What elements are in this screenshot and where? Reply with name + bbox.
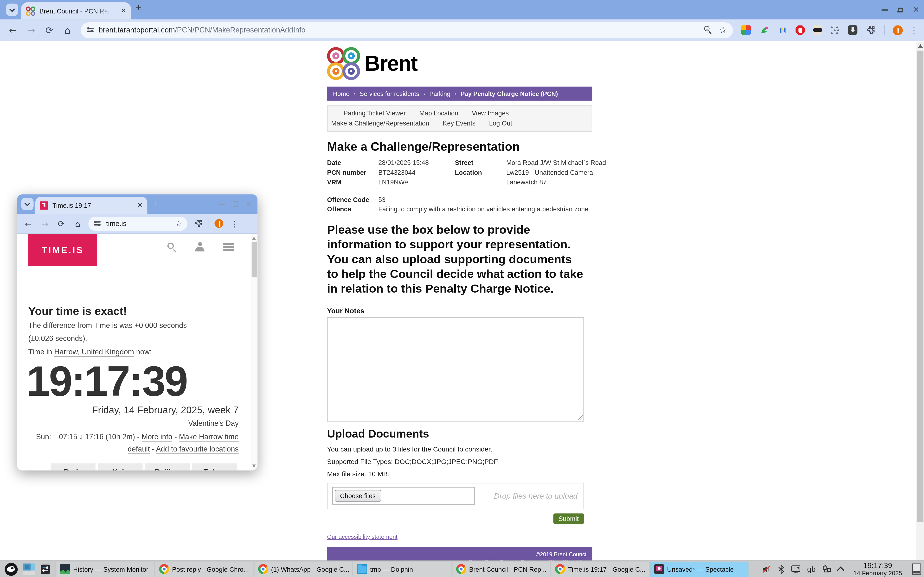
browser-tab-brent[interactable]: Brent Council - PCN Represen ✕ bbox=[21, 2, 131, 19]
choose-files-button[interactable]: Choose files bbox=[335, 490, 381, 502]
account-icon[interactable] bbox=[195, 242, 205, 251]
volume-muted-icon[interactable] bbox=[762, 564, 771, 574]
menu-icon[interactable] bbox=[223, 243, 234, 250]
nav-parking-ticket-viewer[interactable]: Parking Ticket Viewer bbox=[344, 108, 406, 119]
submit-button[interactable]: Submit bbox=[553, 513, 584, 524]
bookmark-star-icon[interactable]: ☆ bbox=[719, 25, 727, 35]
task-chrome-brent[interactable]: Brent Council - PCN Rep... bbox=[452, 561, 551, 577]
url-bar[interactable]: brent.tarantoportal.com/PCN/PCN/MakeRepr… bbox=[80, 22, 733, 38]
scroll-up-icon[interactable] bbox=[252, 237, 256, 239]
timeis-logo[interactable]: TIME.IS bbox=[28, 234, 97, 266]
back-icon[interactable]: ← bbox=[23, 219, 34, 228]
timeis-scrollbar[interactable] bbox=[251, 234, 257, 470]
upload-line1: You can upload up to 3 files for the Cou… bbox=[327, 445, 592, 453]
network-icon[interactable] bbox=[822, 564, 832, 574]
home-icon[interactable]: ⌂ bbox=[73, 219, 83, 228]
task-dolphin-tmp[interactable]: tmp — Dolphin bbox=[354, 561, 451, 577]
profile-avatar[interactable] bbox=[215, 219, 223, 228]
app-launcher-icon[interactable] bbox=[5, 562, 18, 575]
scrollbar-thumb[interactable] bbox=[917, 51, 924, 522]
task-spectacle-active[interactable]: Unsaved* — Spectacle bbox=[651, 561, 749, 577]
exact-time-heading: Your time is exact! bbox=[28, 305, 239, 318]
reload-icon[interactable]: ⟳ bbox=[44, 24, 55, 36]
city-beijing[interactable]: Beijing 03:17 bbox=[145, 463, 190, 470]
harrow-link[interactable]: Harrow, United Kingdom bbox=[54, 348, 134, 356]
bluetooth-icon[interactable] bbox=[778, 564, 784, 574]
back-icon[interactable]: ← bbox=[8, 24, 18, 36]
virtual-desktop-pager[interactable] bbox=[23, 563, 36, 575]
extensions-puzzle-icon[interactable] bbox=[193, 219, 204, 229]
notes-textarea[interactable] bbox=[327, 317, 584, 421]
profile-avatar[interactable] bbox=[893, 25, 903, 35]
dots-arrow-extension-icon[interactable] bbox=[830, 25, 840, 35]
n-extension-icon[interactable] bbox=[777, 25, 787, 35]
maximize-icon[interactable] bbox=[233, 201, 238, 207]
minimize-icon[interactable] bbox=[219, 203, 225, 205]
display-icon[interactable] bbox=[791, 564, 801, 574]
nav-make-challenge[interactable]: Make a Challenge/Representation bbox=[331, 118, 429, 128]
scrollbar-thumb[interactable] bbox=[252, 242, 257, 277]
new-tab-button[interactable]: + bbox=[153, 198, 159, 208]
task-chrome-post-reply[interactable]: Post reply - Google Chro... bbox=[156, 561, 254, 577]
url-text[interactable]: time.is bbox=[106, 219, 126, 227]
extensions-puzzle-icon[interactable] bbox=[866, 25, 876, 35]
timeis-tab[interactable]: Time.is 19:17 ✕ bbox=[36, 197, 147, 214]
upload-dropzone[interactable]: Choose files Drop files here to upload bbox=[327, 482, 584, 509]
breadcrumb-parking[interactable]: Parking bbox=[430, 90, 451, 97]
file-input[interactable]: Choose files bbox=[332, 487, 475, 504]
page-title: Make a Challenge/Representation bbox=[327, 139, 592, 154]
tab-search-button[interactable] bbox=[21, 198, 34, 210]
adblock-extension-icon[interactable] bbox=[795, 25, 805, 35]
nav-log-out[interactable]: Log Out bbox=[489, 118, 512, 128]
bookmark-star-icon[interactable]: ☆ bbox=[175, 219, 182, 228]
resize-handle-icon[interactable] bbox=[578, 415, 583, 420]
tab-search-button[interactable] bbox=[6, 3, 18, 16]
zoom-out-icon[interactable] bbox=[704, 26, 712, 34]
city-paris[interactable]: Paris 20:17 bbox=[51, 463, 95, 470]
city-kyiv[interactable]: Kyiv 21:17 bbox=[98, 463, 143, 470]
url-text[interactable]: brent.tarantoportal.com/PCN/PCN/MakeRepr… bbox=[99, 26, 305, 34]
reload-icon[interactable]: ⟳ bbox=[56, 219, 67, 228]
tab-close-icon[interactable]: ✕ bbox=[121, 7, 126, 15]
restore-icon[interactable] bbox=[898, 8, 903, 12]
close-icon[interactable]: ✕ bbox=[246, 200, 252, 208]
scroll-up-icon[interactable] bbox=[918, 44, 923, 48]
tab-close-icon[interactable]: ✕ bbox=[137, 201, 143, 209]
hummingbird-extension-icon[interactable] bbox=[759, 25, 769, 35]
nav-map-location[interactable]: Map Location bbox=[419, 108, 459, 119]
site-settings-icon[interactable] bbox=[86, 27, 94, 33]
breadcrumb-services[interactable]: Services for residents bbox=[360, 90, 419, 97]
close-icon[interactable]: ✕ bbox=[913, 6, 919, 13]
url-bar[interactable]: time.is ☆ bbox=[88, 216, 187, 230]
new-tab-button[interactable]: + bbox=[136, 2, 141, 14]
task-system-monitor[interactable]: History — System Monitor bbox=[57, 561, 155, 577]
site-settings-icon[interactable] bbox=[94, 221, 100, 226]
scroll-down-icon[interactable] bbox=[252, 464, 256, 467]
city-tokyo[interactable]: Tokyo 04:17 bbox=[192, 463, 237, 470]
more-info-link[interactable]: More info bbox=[142, 433, 173, 441]
minimize-icon[interactable] bbox=[882, 9, 888, 10]
task-chrome-timeis[interactable]: Time.is 19:17 - Google C... bbox=[551, 561, 649, 577]
system-settings-icon[interactable] bbox=[41, 564, 50, 574]
search-icon[interactable] bbox=[168, 242, 176, 251]
browser-menu-icon[interactable]: ⋮ bbox=[910, 25, 918, 35]
home-icon[interactable]: ⌂ bbox=[62, 24, 73, 36]
add-favourite-link[interactable]: Add to favourite locations bbox=[156, 445, 239, 453]
nav-key-events[interactable]: Key Events bbox=[443, 118, 475, 128]
browser-menu-icon[interactable]: ⋮ bbox=[231, 219, 239, 228]
breadcrumb-home[interactable]: Home bbox=[333, 90, 350, 97]
google-extension-icon[interactable] bbox=[741, 25, 751, 35]
taskbar-clock[interactable]: 19:17:39 14 February 2025 bbox=[853, 562, 902, 576]
timeis-browser-window[interactable]: Time.is 19:17 ✕ + ✕ ← → ⟳ ⌂ time.is ☆ bbox=[17, 194, 257, 471]
pcn-details: Date 28/01/2025 15:48 Street Mora Road J… bbox=[327, 158, 592, 214]
download-extension-icon[interactable] bbox=[848, 25, 857, 35]
show-desktop-button[interactable] bbox=[912, 564, 921, 575]
chrome-icon bbox=[456, 564, 466, 574]
keyboard-layout-indicator[interactable]: gb bbox=[807, 565, 816, 574]
nav-view-images[interactable]: View Images bbox=[472, 108, 509, 119]
tray-expand-icon[interactable] bbox=[837, 566, 844, 574]
page-scrollbar[interactable] bbox=[916, 42, 924, 577]
accessibility-link[interactable]: Our accessibility statement bbox=[327, 533, 592, 540]
task-chrome-whatsapp[interactable]: (1) WhatsApp - Google C... bbox=[255, 561, 352, 577]
mask-extension-icon[interactable] bbox=[813, 25, 822, 35]
